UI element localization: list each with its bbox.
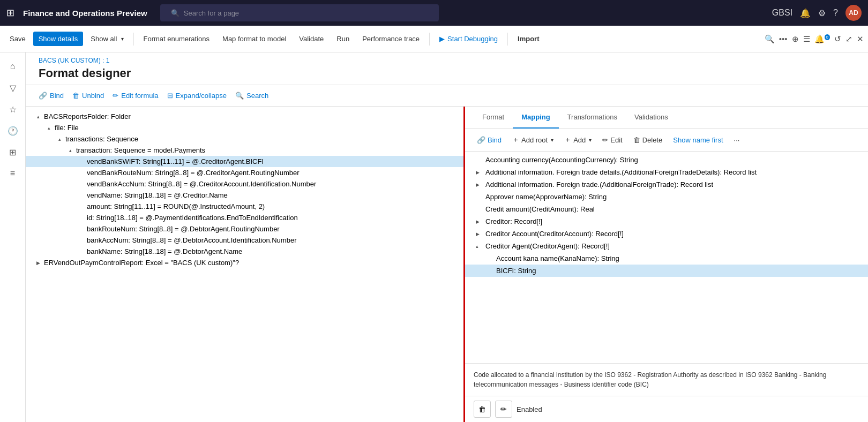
tree-item[interactable]: ▶ERVendOutPaymControlReport: Excel = "BA… <box>26 257 463 268</box>
tree-item[interactable]: vendBankAccNum: String[8..8] = @.Credito… <box>26 178 463 190</box>
right-tree-item[interactable]: ▶Creditor: Record[!] <box>465 215 868 228</box>
tab-validations[interactable]: Validations <box>626 107 677 129</box>
right-tree-item[interactable]: Accounting currency(AccountingCurrency):… <box>465 154 868 166</box>
validate-button[interactable]: Validate <box>294 32 329 46</box>
toolbar-search-icon[interactable]: 🔍 <box>765 34 775 44</box>
edit-formula-button[interactable]: ✏ Edit formula <box>113 89 158 102</box>
unbind-button[interactable]: 🗑 Unbind <box>72 89 104 102</box>
delete-button[interactable]: 🗑 Delete <box>630 134 666 146</box>
right-tree-item[interactable]: Account kana name(KanaName): String <box>465 252 868 265</box>
right-tree: Accounting currency(AccountingCurrency):… <box>465 152 868 363</box>
expand-icon: ▴ <box>34 114 42 119</box>
notif-badge-icon[interactable]: 🔔0 <box>814 34 830 44</box>
tree-item-label: BACSReportsFolder: Folder <box>44 112 131 120</box>
bell-icon[interactable]: 🔔 <box>800 8 811 18</box>
help-icon[interactable]: ? <box>833 8 838 18</box>
save-button[interactable]: Save <box>4 32 31 46</box>
sidebar-home-icon[interactable]: ⌂ <box>3 57 23 76</box>
map-format-button[interactable]: Map format to model <box>217 32 291 46</box>
tree-item[interactable]: vendName: String[18..18] = @.Creditor.Na… <box>26 190 463 201</box>
expand-icon: ▶ <box>34 260 42 266</box>
tree-item[interactable]: id: String[18..18] = @.PaymentIdentifica… <box>26 212 463 223</box>
tree-item-label: vendBankSWIFT: String[11..11] = @.Credit… <box>87 157 264 165</box>
close-icon[interactable]: ✕ <box>857 34 864 44</box>
main-toolbar: Save Show details Show all Format enumer… <box>0 26 868 52</box>
tree-item-label: transactions: Sequence <box>65 135 138 143</box>
toolbar-settings-icon[interactable]: ⊕ <box>792 34 799 44</box>
expand-icon: ▶ <box>476 182 483 187</box>
toolbar-more-icon[interactable]: ••• <box>779 34 788 43</box>
tree-item[interactable]: ▴transactions: Sequence <box>26 133 463 145</box>
search-button[interactable]: 🔍 Search <box>235 89 268 102</box>
split-pane: ▴BACSReportsFolder: Folder▴file: File▴tr… <box>26 107 868 422</box>
show-details-button[interactable]: Show details <box>33 32 84 46</box>
tree-item[interactable]: ▴file: File <box>26 122 463 133</box>
refresh-icon[interactable]: ↺ <box>834 34 841 44</box>
page-header: BACS (UK CUSTOM) : 1 Format designer <box>26 52 868 85</box>
edit-button[interactable]: ✏ Edit <box>599 134 625 146</box>
sidebar-grid-icon[interactable]: ⊞ <box>3 142 23 162</box>
sidebar-list-icon[interactable]: ≡ <box>3 164 23 183</box>
expand-icon: ▴ <box>56 137 63 142</box>
format-enums-button[interactable]: Format enumerations <box>138 32 215 46</box>
tree-item[interactable]: bankAccNum: String[8..8] = @.DebtorAccou… <box>26 235 463 246</box>
sub-toolbar: 🔗 Bind 🗑 Unbind ✏ Edit formula ⊟ Expand/… <box>26 85 868 107</box>
top-search-bar[interactable]: 🔍 Search for a page <box>160 4 439 21</box>
tree-item[interactable]: vendBankRouteNum: String[8..8] = @.Credi… <box>26 167 463 178</box>
tree-item[interactable]: vendBankSWIFT: String[11..11] = @.Credit… <box>26 156 463 167</box>
right-tree-item[interactable]: BICFI: String <box>465 265 868 277</box>
add-button[interactable]: ＋ Add <box>561 133 595 147</box>
add-root-button[interactable]: ＋ Add root <box>509 133 557 147</box>
tree-item-label: bankRouteNum: String[8..8] = @.DebtorAge… <box>87 225 280 233</box>
start-debugging-button[interactable]: ▶ Start Debugging <box>434 32 503 46</box>
tree-item[interactable]: bankName: String[18..18] = @.DebtorAgent… <box>26 246 463 257</box>
sep3 <box>507 33 508 46</box>
right-tree-item-label: Accounting currency(AccountingCurrency):… <box>485 156 638 164</box>
right-tree-item[interactable]: Approver name(ApproverName): String <box>465 191 868 203</box>
expand-collapse-icon: ⊟ <box>167 92 173 100</box>
sidebar-filter-icon[interactable]: ▽ <box>3 78 23 97</box>
right-tree-item-label: Creditor Agent(CreditorAgent): Record[!] <box>485 242 610 250</box>
import-button[interactable]: Import <box>512 32 544 46</box>
bottom-edit-button[interactable]: ✏ <box>495 401 512 418</box>
expand-icon[interactable]: ⤢ <box>845 34 852 44</box>
run-button[interactable]: Run <box>331 32 355 46</box>
expand-icon: ▶ <box>476 219 483 224</box>
grid-icon[interactable]: ⊞ <box>6 7 14 19</box>
settings-icon[interactable]: ⚙ <box>818 8 826 18</box>
tab-mapping[interactable]: Mapping <box>513 107 558 129</box>
right-tree-item-label: Creditor: Record[!] <box>485 217 542 225</box>
top-nav-right: GBSI 🔔 ⚙ ? AD <box>772 5 862 21</box>
tab-transformations[interactable]: Transformations <box>559 107 626 129</box>
tree-item[interactable]: ▴BACSReportsFolder: Folder <box>26 111 463 122</box>
sidebar-star-icon[interactable]: ☆ <box>3 100 23 119</box>
right-tree-item-label: Creditor Account(CreditorAccount): Recor… <box>485 230 624 238</box>
add-root-icon: ＋ <box>512 135 519 145</box>
toolbar-sidebar-icon[interactable]: ☰ <box>803 34 810 44</box>
edit-icon: ✏ <box>113 92 118 100</box>
perf-trace-button[interactable]: Performance trace <box>357 32 425 46</box>
sidebar-history-icon[interactable]: 🕐 <box>3 121 23 140</box>
right-bind-button[interactable]: 🔗 Bind <box>474 134 505 146</box>
right-tree-item[interactable]: ▶Creditor Account(CreditorAccount): Reco… <box>465 228 868 240</box>
tree-item[interactable]: ▴transaction: Sequence = model.Payments <box>26 145 463 156</box>
delete-icon: 🗑 <box>633 136 640 144</box>
page-title: Format designer <box>39 66 855 80</box>
right-tree-item[interactable]: ▴Creditor Agent(CreditorAgent): Record[!… <box>465 240 868 252</box>
expand-collapse-button[interactable]: ⊟ Expand/collapse <box>167 89 227 102</box>
show-all-button[interactable]: Show all <box>85 32 129 46</box>
right-tree-item[interactable]: Credit amount(CreditAmount): Real <box>465 203 868 215</box>
tree-item[interactable]: bankRouteNum: String[8..8] = @.DebtorAge… <box>26 223 463 235</box>
tree-item[interactable]: amount: String[11..11] = ROUND(@.Instruc… <box>26 201 463 212</box>
right-tree-item[interactable]: ▶Additional information. Foreign trade.(… <box>465 178 868 191</box>
more-options-button[interactable]: ··· <box>731 134 743 146</box>
show-name-first-button[interactable]: Show name first <box>670 134 726 146</box>
user-avatar[interactable]: AD <box>845 5 862 21</box>
tab-format[interactable]: Format <box>474 107 513 129</box>
right-tree-item-label: Additional information. Foreign trade.(A… <box>485 180 713 189</box>
bind-button[interactable]: 🔗 Bind <box>39 89 64 102</box>
bottom-delete-button[interactable]: 🗑 <box>474 401 491 418</box>
tree-item-label: id: String[18..18] = @.PaymentIdentifica… <box>87 214 298 222</box>
right-tree-item[interactable]: ▶Additional information. Foreign trade d… <box>465 166 868 178</box>
tree-item-label: bankAccNum: String[8..8] = @.DebtorAccou… <box>87 236 296 244</box>
